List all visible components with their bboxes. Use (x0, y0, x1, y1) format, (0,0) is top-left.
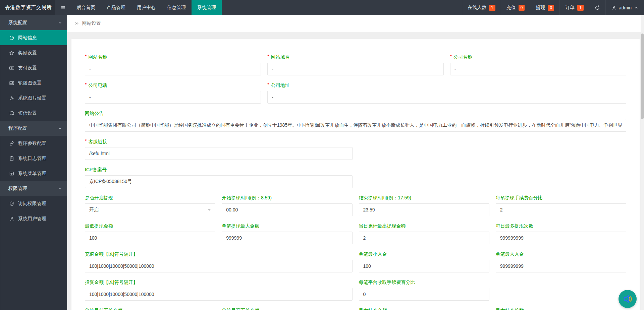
sidebar-item-reward-settings[interactable]: 奖励设置 (0, 45, 67, 60)
sidebar-item-system-users[interactable]: 系统用户管理 (0, 211, 67, 226)
dashboard-icon (9, 35, 14, 41)
stat-label: 订单 (565, 5, 575, 11)
company-address-input[interactable] (267, 91, 626, 104)
nav-item-products[interactable]: 产品管理 (101, 0, 131, 15)
field-label: 网站域名 (267, 54, 443, 60)
chevron-up-icon (634, 5, 639, 10)
settings-form-card: 网站名称 网站域名 公司名称 公司电话 公司地址 网站公告 (71, 39, 640, 310)
company-phone-input[interactable] (85, 91, 261, 104)
deposit-max-input[interactable] (496, 260, 626, 272)
withdraw-times-daily-input[interactable] (496, 232, 626, 244)
user-menu[interactable]: admin (605, 0, 644, 15)
field-label: 开始提现时间(例：8:59) (222, 195, 352, 201)
stat-online-users[interactable]: 在线人数 1 (462, 0, 501, 15)
sidebar-item-label: 系统菜单管理 (18, 171, 46, 177)
main-content: 网站设置 网站名称 网站域名 公司名称 公司电话 公司地址 (67, 15, 644, 310)
withdraw-max-single-input[interactable] (222, 232, 352, 244)
sidebar-item-access-permissions[interactable]: 访问权限管理 (0, 196, 67, 211)
field-withdraw-fee: 每笔提现手续费百分比 (496, 195, 626, 216)
sidebar-item-system-logs[interactable]: 系统日志管理 (0, 151, 67, 166)
sidebar-group-program-config[interactable]: 程序配置 (0, 121, 67, 136)
withdraw-min-input[interactable] (85, 232, 215, 244)
stat-withdraw[interactable]: 提现 0 (530, 0, 559, 15)
stat-orders[interactable]: 订单 1 (559, 0, 589, 15)
sidebar-group-system-config[interactable]: 系统配置 (0, 15, 67, 30)
status-badge: 1 (489, 5, 495, 11)
page-title: 网站设置 (82, 20, 101, 26)
site-name-input[interactable] (85, 63, 261, 75)
sidebar-toggle-button[interactable] (55, 0, 71, 15)
field-site-domain: 网站域名 (267, 54, 443, 75)
field-label: 最低提现金额 (85, 223, 215, 229)
recharge-amounts-input[interactable] (85, 260, 353, 272)
announcement-input[interactable] (85, 119, 626, 132)
field-label: 客服链接 (85, 139, 626, 145)
vertical-scrollbar[interactable] (641, 15, 644, 310)
breadcrumb: 网站设置 (67, 15, 644, 32)
service-link-input[interactable] (85, 147, 353, 160)
field-label: 投资金额【以|符号隔开】 (85, 280, 353, 286)
field-icp: ICP备案号 (85, 167, 626, 188)
username: admin (619, 5, 632, 10)
field-withdraw-times-daily: 每日最多提现次数 (496, 223, 626, 244)
field-label: 单笔最小入金 (359, 251, 489, 257)
field-withdraw-start: 开始提现时间(例：8:59) (222, 195, 352, 216)
sidebar-item-label: 系统用户管理 (18, 216, 46, 222)
sidebar-item-label: 短信设置 (18, 110, 37, 116)
field-withdraw-max-daily: 当日累计最高提现金额 (359, 223, 489, 244)
sidebar-item-system-images[interactable]: 系统图片设置 (0, 90, 67, 106)
field-label: 每笔平台收取手续费百分比 (359, 280, 489, 286)
speaker-icon (623, 294, 633, 304)
top-header: 香港数字资产交易所 后台首页 产品管理 用户中心 信息管理 系统管理 在线人数 … (0, 0, 644, 15)
site-domain-input[interactable] (267, 63, 443, 75)
header-right: 在线人数 1 充值 0 提现 0 订单 1 admin (462, 0, 644, 15)
sidebar-item-label: 访问权限管理 (18, 201, 46, 207)
withdraw-enabled-select[interactable]: 开启 (85, 203, 215, 216)
field-label: 充值金额【以|符号隔开】 (85, 251, 353, 257)
icp-input[interactable] (85, 175, 353, 188)
field-position-max-amount: 最大持仓金额 (359, 308, 489, 310)
sidebar-item-program-params[interactable]: 程序参数配置 (0, 136, 67, 151)
withdraw-end-input[interactable] (359, 203, 489, 216)
sidebar-item-carousel-settings[interactable]: 轮播图设置 (0, 75, 67, 90)
field-invest-amounts: 投资金额【以|符号隔开】 (85, 280, 353, 301)
chevron-down-icon (58, 20, 62, 25)
nav-item-users[interactable]: 用户中心 (131, 0, 161, 15)
log-icon (9, 156, 14, 161)
status-badge: 0 (519, 5, 525, 11)
hamburger-icon (60, 5, 66, 10)
scrollbar-thumb[interactable] (641, 34, 644, 119)
field-company-phone: 公司电话 (85, 82, 261, 104)
nav-item-info[interactable]: 信息管理 (161, 0, 192, 15)
refresh-button[interactable] (589, 0, 605, 15)
sidebar-item-label: 奖励设置 (18, 50, 37, 56)
field-company-name: 公司名称 (450, 54, 626, 75)
sidebar-item-label: 网站信息 (18, 35, 37, 41)
invest-amounts-input[interactable] (85, 288, 353, 301)
nav-item-home[interactable]: 后台首页 (71, 0, 101, 15)
withdraw-fee-input[interactable] (496, 203, 626, 216)
withdraw-max-daily-input[interactable] (359, 232, 489, 244)
sidebar-item-label: 系统图片设置 (18, 95, 46, 101)
image-icon (9, 80, 14, 86)
sidebar-item-sms-settings[interactable]: 短信设置 (0, 106, 67, 121)
platform-fee-input[interactable] (359, 288, 489, 301)
deposit-min-input[interactable] (359, 260, 489, 272)
sound-toggle-button[interactable] (619, 290, 637, 308)
sidebar-item-site-info[interactable]: 网站信息 (0, 30, 67, 45)
sidebar-group-permissions[interactable]: 权限管理 (0, 181, 67, 196)
field-recharge-amounts: 充值金额【以|符号隔开】 (85, 251, 353, 272)
chevron-down-icon (58, 186, 62, 191)
sidebar-item-payment-settings[interactable]: 支付设置 (0, 60, 67, 75)
chevron-down-icon (58, 126, 62, 131)
company-name-input[interactable] (450, 63, 626, 75)
sidebar-item-system-menus[interactable]: 系统菜单管理 (0, 166, 67, 181)
stat-recharge[interactable]: 充值 0 (501, 0, 530, 15)
field-label: 公司地址 (267, 82, 626, 88)
nav-item-system[interactable]: 系统管理 (192, 0, 222, 15)
withdraw-start-input[interactable] (222, 203, 352, 216)
select-arrow-icon (208, 209, 211, 211)
field-deposit-max: 单笔最大入金 (496, 251, 626, 272)
field-label: 单笔最高下单金额 (222, 308, 352, 310)
field-label: 是否开启提现 (85, 195, 215, 201)
